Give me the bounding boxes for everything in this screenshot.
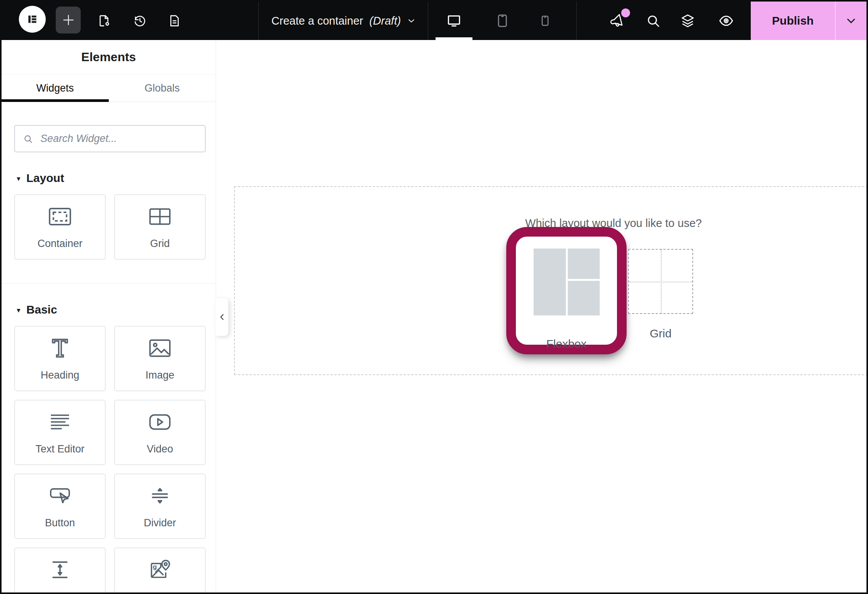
svg-text:g: g (153, 562, 157, 570)
search-icon (23, 133, 33, 144)
section-divider (2, 284, 216, 284)
highlight-annotation-ring: Flexbox (506, 227, 627, 354)
chevron-down-icon (845, 15, 857, 27)
image-icon (148, 337, 172, 359)
grid-preview-icon (628, 249, 693, 314)
device-tablet-button[interactable] (492, 11, 512, 31)
document-status: (Draft) (369, 15, 401, 27)
option-grid[interactable]: Grid (628, 249, 693, 340)
elementor-logo-icon (25, 12, 40, 27)
search-input[interactable] (40, 132, 197, 145)
button-icon (48, 485, 72, 507)
video-icon (148, 412, 172, 432)
publish-options-button[interactable] (836, 2, 866, 40)
widget-card-container[interactable]: Container (14, 194, 106, 260)
chevron-down-icon (406, 16, 416, 26)
widget-card-video[interactable]: Video (114, 400, 206, 465)
widget-card-text-editor[interactable]: Text Editor (14, 400, 106, 465)
toolbar-divider (428, 2, 428, 40)
document-title-dropdown[interactable]: Create a container(Draft) (260, 2, 428, 40)
tablet-icon (494, 12, 511, 29)
option-grid-label: Grid (628, 327, 693, 340)
preview-button[interactable] (716, 11, 736, 31)
flexbox-preview-icon (534, 249, 600, 315)
history-icon (132, 13, 148, 29)
device-mobile-button[interactable] (535, 11, 555, 31)
add-element-button[interactable] (56, 7, 81, 33)
container-icon (48, 206, 72, 227)
panel-collapse-handle[interactable] (216, 298, 228, 336)
page-settings-button[interactable] (94, 11, 114, 31)
panel-title: Elements (2, 40, 216, 75)
finder-search-button[interactable] (643, 11, 663, 31)
editor-canvas: Which layout would you like to use? Flex… (216, 40, 866, 592)
google-maps-icon: g (148, 558, 171, 581)
widget-search-box[interactable] (14, 125, 206, 152)
notes-button[interactable] (165, 11, 185, 31)
publish-button[interactable]: Publish (751, 2, 835, 40)
text-editor-icon (48, 412, 72, 432)
panel-tabs: Widgets Globals (2, 75, 216, 102)
widget-card-divider[interactable]: Divider (114, 474, 206, 539)
mobile-icon (538, 13, 552, 28)
widget-card-button[interactable]: Button (14, 474, 106, 539)
widget-card-heading[interactable]: Heading (14, 326, 106, 391)
widget-card-image[interactable]: Image (114, 326, 206, 391)
structure-button[interactable] (678, 11, 698, 31)
widget-card-grid[interactable]: Grid (114, 194, 206, 260)
section-header-layout[interactable]: ▾Layout (17, 172, 216, 185)
divider-icon (149, 485, 171, 507)
publish-split-button: Publish (751, 2, 866, 40)
option-flexbox-label: Flexbox (516, 337, 617, 350)
chevron-left-icon (218, 313, 226, 321)
toolbar-divider (258, 2, 259, 40)
tab-widgets[interactable]: Widgets (2, 75, 109, 102)
widget-card-spacer[interactable]: Spacer (14, 547, 106, 594)
widget-card-google-maps[interactable]: g Google Maps (114, 547, 206, 594)
caret-down-icon: ▾ (17, 307, 20, 314)
grid-icon (148, 206, 172, 227)
spacer-icon (49, 559, 71, 581)
elementor-menu-button[interactable] (19, 6, 46, 33)
tab-globals[interactable]: Globals (109, 75, 216, 102)
widget-sections: ▾Layout Container Grid ▾Basic Heading Im… (2, 172, 216, 594)
search-icon (645, 12, 662, 29)
desktop-icon (445, 12, 463, 30)
widgets-panel: Elements Widgets Globals ▾Layout Contain… (2, 40, 216, 592)
eye-icon (717, 12, 735, 30)
toolbar-divider (576, 2, 577, 40)
widget-grid-layout: Container Grid (14, 194, 206, 260)
section-header-basic[interactable]: ▾Basic (17, 303, 216, 316)
new-container-dropzone[interactable]: Which layout would you like to use? Flex… (234, 186, 868, 375)
plus-icon (60, 12, 76, 28)
device-desktop-button[interactable] (444, 11, 464, 31)
document-title: Create a container (271, 15, 363, 27)
layers-icon (679, 12, 696, 29)
option-flexbox[interactable]: Flexbox (516, 249, 617, 357)
history-button[interactable] (130, 11, 150, 31)
notification-dot (621, 8, 630, 17)
top-toolbar: Create a container(Draft) (2, 2, 866, 40)
caret-down-icon: ▾ (17, 175, 20, 182)
widget-grid-basic: Heading Image Text Editor Video Button D… (14, 326, 206, 594)
elementor-editor-window: Create a container(Draft) (0, 0, 868, 594)
notes-icon (166, 13, 183, 29)
heading-icon (49, 336, 71, 360)
page-settings-icon (96, 13, 112, 29)
active-device-indicator (436, 37, 472, 40)
